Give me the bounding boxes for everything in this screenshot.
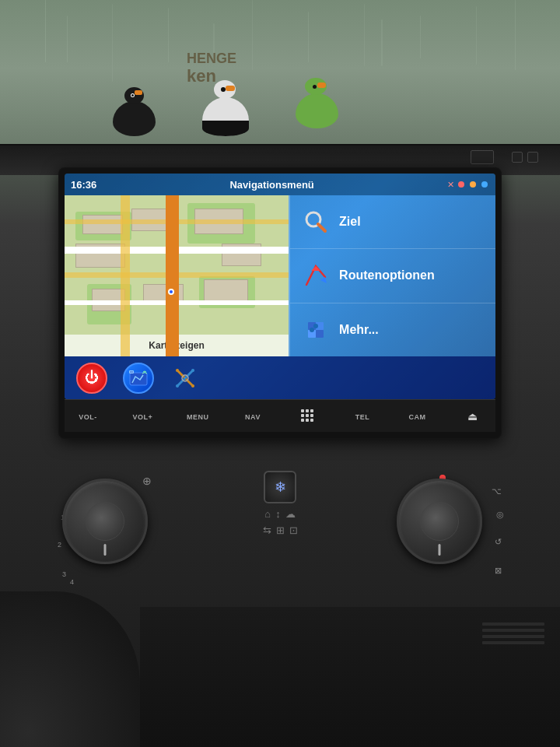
fan-label-2: 2 — [58, 541, 61, 549]
screen-toolbar: ⏻ — [65, 356, 495, 399]
nav-map-button[interactable] — [123, 363, 154, 394]
tel-label: TEL — [355, 413, 370, 421]
sd-slot — [471, 150, 494, 164]
nav-button[interactable]: NAV — [237, 409, 268, 424]
screen-title: Navigationsmenü — [96, 179, 447, 191]
nav-label: NAV — [245, 413, 261, 421]
steering-area — [0, 591, 140, 747]
rear-defrost-icon[interactable]: ⊞ — [276, 524, 285, 536]
knob-indicator — [104, 544, 107, 556]
mehr-icon — [302, 316, 330, 344]
svg-point-16 — [176, 369, 179, 372]
nav-menu-item-ziel[interactable]: Ziel — [290, 195, 495, 249]
vol-minus-label: VOL- — [79, 413, 97, 421]
vol-minus-button[interactable]: VOL- — [72, 409, 103, 424]
signal-cross-icon: ✕ — [447, 180, 454, 190]
map-canvas — [65, 195, 289, 356]
ziel-icon — [302, 208, 330, 236]
routenoptionen-icon — [302, 261, 330, 289]
screen-header: 16:36 Navigationsmenü ✕ — [65, 174, 495, 195]
vent-icon-1[interactable]: ⌂ — [264, 508, 271, 520]
fan-label-3: 3 — [62, 570, 66, 578]
temp-icon-2: ◎ — [496, 510, 504, 520]
center-controls: ❄ ⌂ ↕ ☁ ⇆ ⊞ ⊡ — [233, 471, 327, 536]
nav-menu-item-mehr[interactable]: Mehr... — [290, 303, 495, 356]
knob-center — [86, 502, 124, 541]
bottom-panel — [140, 607, 560, 747]
vent-icon-4[interactable]: ⇆ — [263, 524, 271, 536]
temp-icon-1: ⌥ — [492, 486, 502, 496]
recirculate-icon: ↺ — [495, 537, 502, 547]
vent-controls: ⌂ ↕ ☁ — [264, 508, 295, 520]
right-knob-indicator — [439, 544, 441, 556]
rubber-duck-black-left — [113, 101, 156, 136]
vol-plus-label: VOL+ — [133, 413, 153, 421]
ziel-label: Ziel — [339, 215, 361, 229]
svg-point-18 — [191, 369, 194, 372]
vent-icon-2[interactable]: ↕ — [275, 508, 281, 520]
svg-point-19 — [176, 384, 179, 388]
fan-label-4: 4 — [70, 578, 74, 586]
vol-plus-button[interactable]: VOL+ — [128, 409, 159, 424]
eject-button[interactable]: ⏏ — [457, 407, 488, 426]
car-interior: HENGE ken DYNAVIN 16:36 Navigationsmenü … — [0, 0, 560, 747]
settings-button[interactable] — [170, 363, 201, 394]
power-icon: ⏻ — [85, 370, 99, 386]
ac-snowflake-button[interactable]: ❄ — [264, 471, 296, 503]
map-area[interactable]: Karte zeigen — [65, 195, 289, 356]
svg-rect-7 — [316, 330, 324, 338]
power-button[interactable]: ⏻ — [76, 363, 107, 394]
cam-label: CAM — [409, 413, 426, 421]
background-text2: ken — [187, 66, 216, 86]
cam-button[interactable]: CAM — [402, 409, 433, 424]
fan-icon: ⊕ — [142, 475, 152, 487]
vent-grille — [482, 622, 544, 654]
button-small-1[interactable] — [512, 152, 523, 163]
eject-icon: ⏏ — [467, 410, 478, 423]
grid-icon — [301, 409, 314, 423]
tel-button[interactable]: TEL — [347, 409, 378, 424]
vent-icon-3[interactable]: ☁ — [285, 508, 296, 520]
mehr-label: Mehr... — [339, 323, 379, 337]
vent-controls-2: ⇆ ⊞ ⊡ — [263, 524, 298, 536]
status-dot-red — [458, 181, 464, 188]
status-dot-orange — [470, 181, 476, 188]
svg-point-17 — [191, 384, 194, 388]
rubber-duck-green — [296, 93, 338, 128]
left-knob-area: 4 3 2 1 0 ⊕ — [62, 479, 163, 580]
status-icons: ✕ — [447, 180, 489, 190]
svg-line-1 — [318, 224, 325, 231]
menu-label: MENU — [187, 413, 209, 421]
grid-button[interactable] — [292, 406, 324, 426]
left-knob-wrap: 4 3 2 1 0 ⊕ — [62, 479, 163, 580]
routenoptionen-label: Routenoptionen — [339, 268, 435, 282]
screen-time: 16:36 — [71, 179, 96, 191]
screen-unit: 16:36 Navigationsmenü ✕ — [58, 167, 502, 439]
nav-menu: Ziel Routenoptionen — [290, 195, 495, 356]
nav-screen[interactable]: 16:36 Navigationsmenü ✕ — [65, 174, 495, 399]
right-knob-wrap: ⌥ ◎ ↺ ⊠ — [397, 479, 498, 580]
vent-icon-6[interactable]: ⊡ — [289, 524, 298, 536]
map-icon — [129, 370, 148, 386]
svg-point-8 — [313, 324, 318, 328]
svg-point-9 — [310, 328, 314, 332]
right-climate-knob[interactable] — [397, 479, 482, 564]
defrost-icon: ⊠ — [495, 566, 502, 576]
hw-button-row: VOL- VOL+ MENU NAV TEL — [65, 399, 495, 433]
right-knob-area: ⌥ ◎ ↺ ⊠ — [397, 479, 498, 580]
menu-button[interactable]: MENU — [182, 409, 214, 424]
status-dot-blue — [481, 181, 488, 188]
settings-icon — [174, 367, 196, 389]
background-text: HENGE — [187, 51, 236, 67]
right-knob-center — [420, 502, 459, 541]
snowflake-icon: ❄ — [275, 479, 286, 496]
button-small-2[interactable] — [527, 152, 538, 163]
nav-menu-item-routenoptionen[interactable]: Routenoptionen — [290, 249, 495, 303]
location-dot — [168, 289, 174, 295]
left-climate-knob[interactable] — [62, 479, 148, 564]
svg-marker-2 — [320, 277, 327, 283]
